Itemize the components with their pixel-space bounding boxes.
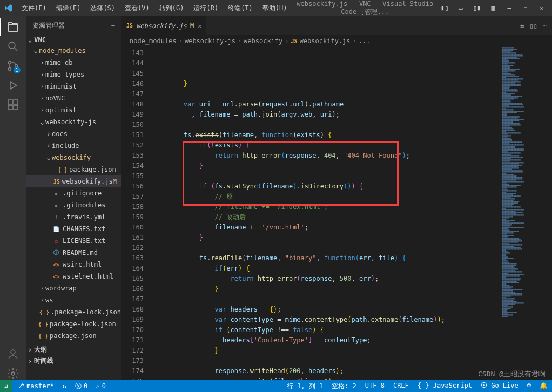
svg-point-0 [9, 42, 15, 49]
file-item[interactable]: ⚖LICENSE.txt [26, 235, 121, 247]
sidebar-root[interactable]: ⌄VNC [26, 35, 121, 45]
folder-item[interactable]: ⌄websockify-js [26, 116, 121, 128]
statusbar: ⇄ ⎇master* ↻ ⓧ0 ⚠0 行 1, 列 1 空格: 2 UTF-8 … [0, 380, 552, 392]
settings-gear-icon[interactable] [6, 367, 19, 380]
breadcrumb[interactable]: node_modules›websockify-js›websockify›JS… [121, 35, 552, 47]
search-icon[interactable] [6, 40, 19, 53]
tab-websockify[interactable]: JS websockify.js M ✕ [121, 16, 207, 35]
menu-item[interactable]: 文件(F) [17, 2, 51, 15]
git-branch[interactable]: ⎇master* [12, 380, 58, 392]
panel-right-icon[interactable]: ▯▮ [471, 2, 483, 14]
remote-button[interactable]: ⇄ [0, 380, 12, 392]
indentation[interactable]: 空格: 2 [327, 382, 361, 391]
minimap[interactable]: ██████████████████ █████████████████████… [500, 47, 552, 380]
svg-rect-6 [8, 105, 12, 110]
encoding[interactable]: UTF-8 [361, 382, 389, 389]
breadcrumb-item[interactable]: node_modules [130, 37, 177, 45]
svg-point-8 [11, 350, 15, 354]
svg-rect-5 [14, 100, 18, 104]
split-editor-icon[interactable]: ▯▯ [529, 22, 537, 30]
source-control-icon[interactable]: 1 [6, 59, 19, 72]
cursor-position[interactable]: 行 1, 列 1 [282, 382, 327, 391]
file-item[interactable]: <>wstelnet.html [26, 271, 121, 282]
titlebar: 文件(F)编辑(E)选择(S)查看(V)转到(G)运行(R)终端(T)帮助(H)… [0, 0, 552, 16]
breadcrumb-item[interactable]: websockify [244, 37, 282, 45]
file-item[interactable]: ◆.gitignore [26, 187, 121, 199]
menu-item[interactable]: 转到(G) [155, 2, 189, 15]
outline-section[interactable]: ›大纲 [26, 344, 121, 355]
timeline-section[interactable]: ›时间线 [26, 355, 121, 367]
maximize-button[interactable]: ☐ [520, 2, 531, 14]
tab-modified-badge: M [190, 22, 194, 30]
layout-icon[interactable]: ▦ [487, 2, 499, 14]
editor-area: JS websockify.js M ✕ ⇆ ▯▯ ⋯ node_modules… [121, 16, 552, 380]
menu-item[interactable]: 帮助(H) [258, 2, 292, 15]
menu-item[interactable]: 编辑(E) [52, 2, 85, 15]
close-button[interactable]: ✕ [536, 2, 548, 14]
branch-icon: ⎇ [17, 382, 24, 390]
folder-item[interactable]: ›wordwrap [26, 282, 121, 294]
panel-bottom-icon[interactable]: ▭ [455, 2, 467, 14]
folder-item[interactable]: ›include [26, 140, 121, 152]
folder-item[interactable]: ›optimist [26, 104, 121, 116]
breadcrumb-item[interactable]: websockify.js [300, 37, 351, 45]
sidebar-header: 资源管理器 ⋯ [26, 16, 121, 35]
folder-item[interactable]: ›ws [26, 294, 121, 306]
compare-changes-icon[interactable]: ⇆ [520, 22, 524, 30]
code-editor[interactable]: 143 144 145 146 147 148 149 150 151 152 … [121, 47, 552, 380]
panel-left-icon[interactable]: ▮▯ [439, 2, 450, 14]
vscode-logo-icon [4, 4, 13, 12]
line-gutter: 143 144 145 146 147 148 149 150 151 152 … [121, 47, 152, 380]
extensions-icon[interactable] [6, 98, 19, 111]
file-item[interactable]: { }package.json [26, 330, 121, 342]
file-item[interactable]: <>wsirc.html [26, 259, 121, 271]
more-actions-icon[interactable]: ⋯ [543, 22, 547, 30]
tab-label: websockify.js [136, 22, 187, 30]
file-item[interactable]: ⓘREADME.md [26, 247, 121, 259]
svg-point-2 [9, 68, 11, 71]
file-item[interactable]: ◆.gitmodules [26, 199, 121, 211]
account-icon[interactable] [6, 348, 19, 361]
file-tree: ⌄node_modules›mime-db›mime-types›minimis… [26, 45, 121, 342]
folder-item[interactable]: ›minimist [26, 80, 121, 92]
svg-rect-4 [8, 100, 12, 104]
close-tab-icon[interactable]: ✕ [197, 22, 201, 30]
folder-item[interactable]: ⌄websockify [26, 152, 121, 164]
activity-bar: 1 [0, 16, 26, 380]
explorer-icon[interactable] [6, 21, 19, 33]
eol[interactable]: CRLF [389, 382, 413, 389]
svg-point-1 [9, 62, 11, 64]
breadcrumb-item[interactable]: ... [359, 37, 371, 45]
menu-item[interactable]: 查看(V) [120, 2, 154, 15]
folder-item[interactable]: ›noVNC [26, 92, 121, 104]
breadcrumb-item[interactable]: websockify-js [185, 37, 235, 45]
language-mode[interactable]: { } JavaScript [413, 382, 476, 389]
folder-item[interactable]: ›docs [26, 128, 121, 140]
menu-bar: 文件(F)编辑(E)选择(S)查看(V)转到(G)运行(R)终端(T)帮助(H) [17, 2, 292, 15]
sidebar-title: 资源管理器 [32, 21, 65, 30]
file-item[interactable]: 📄CHANGES.txt [26, 223, 121, 235]
svg-rect-7 [14, 105, 18, 110]
sync-button[interactable]: ↻ [58, 380, 71, 392]
menu-item[interactable]: 终端(T) [224, 2, 257, 15]
folder-item[interactable]: ›mime-types [26, 69, 121, 80]
minimize-button[interactable]: — [503, 2, 515, 14]
folder-item[interactable]: ›mime-db [26, 57, 121, 69]
js-file-icon: JS [126, 23, 133, 29]
more-icon[interactable]: ⋯ [111, 22, 115, 30]
menu-item[interactable]: 运行(R) [189, 2, 223, 15]
folder-item[interactable]: ⌄node_modules [26, 45, 121, 57]
file-item[interactable]: { }package.json [26, 164, 121, 175]
file-item[interactable]: !.travis.yml [26, 211, 121, 223]
remote-icon: ⇄ [4, 382, 8, 390]
feedback-icon[interactable]: ☺ [523, 382, 535, 389]
notifications-icon[interactable]: 🔔 [535, 382, 552, 389]
problems[interactable]: ⓧ0 ⚠0 [71, 380, 110, 392]
menu-item[interactable]: 选择(S) [86, 2, 119, 15]
file-item[interactable]: { }.package-lock.json [26, 306, 121, 318]
run-debug-icon[interactable] [6, 79, 19, 92]
code-content[interactable]: } var uri = url.parse(request.url).pathn… [152, 47, 500, 380]
file-item[interactable]: { }package-lock.json [26, 318, 121, 330]
go-live-button[interactable]: ⦿ Go Live [476, 382, 523, 389]
file-item[interactable]: JSwebsockify.jsM [26, 175, 121, 187]
